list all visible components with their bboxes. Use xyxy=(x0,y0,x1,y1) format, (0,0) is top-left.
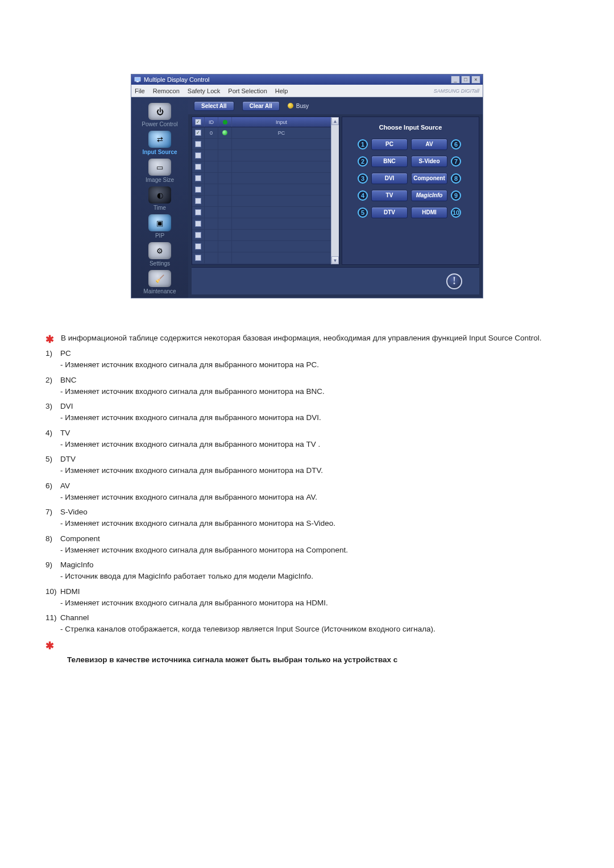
table-row[interactable] xyxy=(192,161,331,173)
list-item: 10)HDMI- Изменяет источник входного сигн… xyxy=(45,586,569,609)
busy-dot-icon xyxy=(288,103,293,109)
row-checkbox[interactable] xyxy=(195,186,201,193)
app-window: Multiple Display Control _ □ × File Remo… xyxy=(131,74,483,298)
col-input[interactable]: Input xyxy=(232,119,331,125)
status-bar: ! xyxy=(192,267,479,294)
minimize-button[interactable]: _ xyxy=(451,76,460,84)
source-tv-button[interactable]: TV xyxy=(371,190,408,201)
list-item: 2)BNC- Изменяет источник входного сигнал… xyxy=(45,375,569,398)
bold-footer-note: Телевизор в качестве источника сигнала м… xyxy=(67,654,569,666)
info-icon[interactable]: ! xyxy=(446,273,462,289)
source-s-video-button[interactable]: S-Video xyxy=(411,156,447,167)
sidebar-item-power-control[interactable]: ⏻Power Control xyxy=(136,103,184,127)
source-dvi-button[interactable]: DVI xyxy=(371,173,408,184)
source-hdmi-button[interactable]: HDMI xyxy=(411,207,447,218)
row-checkbox[interactable] xyxy=(195,221,201,227)
table-row[interactable] xyxy=(192,184,331,196)
row-checkbox[interactable] xyxy=(195,152,201,159)
monitor-list: ✓ ID Input ✓0PC ▲ ▼ xyxy=(192,117,339,265)
input-icon: ⇄ xyxy=(148,131,171,148)
document-body: ✱ В информационой таблице содержится нек… xyxy=(45,333,569,666)
source-dtv-button[interactable]: DTV xyxy=(371,207,408,218)
menu-bar: File Remocon Safety Lock Port Selection … xyxy=(131,85,483,97)
maximize-button[interactable]: □ xyxy=(461,76,470,84)
callout-10: 10 xyxy=(451,207,461,218)
row-checkbox[interactable] xyxy=(195,209,201,215)
menu-safety-lock[interactable]: Safety Lock xyxy=(188,88,220,94)
sidebar-item-settings[interactable]: ⚙Settings xyxy=(136,242,184,267)
callout-9: 9 xyxy=(451,190,461,201)
power-icon: ⏻ xyxy=(148,103,171,120)
callout-3: 3 xyxy=(358,173,368,184)
col-status[interactable] xyxy=(218,117,232,127)
list-item: 1)PC- Изменяет источник входного сигнала… xyxy=(45,348,569,371)
table-header: ✓ ID Input xyxy=(192,117,331,127)
table-row[interactable] xyxy=(192,207,331,218)
table-row[interactable] xyxy=(192,252,331,264)
table-row[interactable] xyxy=(192,150,331,161)
table-row[interactable] xyxy=(192,241,331,252)
close-button[interactable]: × xyxy=(471,76,480,84)
sidebar-item-pip[interactable]: ▣PIP xyxy=(136,214,184,239)
sidebar-item-image-size[interactable]: ▭Image Size xyxy=(136,159,184,183)
select-all-button[interactable]: Select All xyxy=(194,101,234,111)
row-checkbox[interactable]: ✓ xyxy=(195,130,201,136)
sidebar-item-input-source[interactable]: ⇄Input Source xyxy=(136,131,184,155)
window-title: Multiple Display Control xyxy=(144,76,210,83)
list-item: 11)Channel- Стрелка каналов отображается… xyxy=(45,612,569,636)
maintenance-icon: 🧹 xyxy=(148,270,171,287)
callout-4: 4 xyxy=(358,190,368,201)
callout-7: 7 xyxy=(451,156,461,167)
table-row[interactable] xyxy=(192,196,331,207)
scroll-up-icon[interactable]: ▲ xyxy=(331,117,339,125)
list-item: 6)AV- Изменяет источник входного сигнала… xyxy=(45,480,569,504)
source-magicinfo-button[interactable]: MagicInfo xyxy=(411,190,447,201)
menu-port-selection[interactable]: Port Selection xyxy=(228,88,267,94)
status-dot-icon xyxy=(222,130,227,135)
source-bnc-button[interactable]: BNC xyxy=(371,156,408,167)
row-checkbox[interactable] xyxy=(195,198,201,204)
row-checkbox[interactable] xyxy=(195,232,201,238)
scroll-down-icon[interactable]: ▼ xyxy=(331,256,339,264)
header-checkbox[interactable]: ✓ xyxy=(195,119,201,125)
row-checkbox[interactable] xyxy=(195,164,201,170)
sidebar-item-time[interactable]: ◐Time xyxy=(136,186,184,211)
callout-2: 2 xyxy=(358,156,368,167)
source-pc-button[interactable]: PC xyxy=(371,139,408,150)
table-row[interactable] xyxy=(192,230,331,241)
sidebar-item-maintenance[interactable]: 🧹Maintenance xyxy=(136,270,184,294)
svg-rect-1 xyxy=(136,81,139,82)
source-component-button[interactable]: Component xyxy=(411,173,447,184)
callout-8: 8 xyxy=(451,173,461,184)
table-row[interactable] xyxy=(192,173,331,184)
toolbar: Select All Clear All Busy xyxy=(188,97,483,114)
busy-indicator: Busy xyxy=(288,103,309,109)
gear-icon: ⚙ xyxy=(148,242,171,259)
menu-remocon[interactable]: Remocon xyxy=(153,88,180,94)
callout-1: 1 xyxy=(358,139,368,149)
time-icon: ◐ xyxy=(148,186,171,203)
panel-title: Choose Input Source xyxy=(350,124,471,131)
note-text: В информационой таблице содержится некот… xyxy=(61,333,542,344)
app-icon xyxy=(134,76,142,84)
col-id[interactable]: ID xyxy=(205,117,218,127)
row-checkbox[interactable] xyxy=(195,255,201,261)
table-row[interactable] xyxy=(192,218,331,230)
image-size-icon: ▭ xyxy=(148,159,171,176)
scrollbar[interactable]: ▲ ▼ xyxy=(331,117,339,264)
callout-5: 5 xyxy=(358,207,368,218)
menu-file[interactable]: File xyxy=(135,88,145,94)
table-row[interactable]: ✓0PC xyxy=(192,127,331,139)
table-row[interactable] xyxy=(192,139,331,150)
list-item: 4)TV- Изменяет источник входного сигнала… xyxy=(45,427,569,451)
clear-all-button[interactable]: Clear All xyxy=(242,101,280,111)
svg-rect-0 xyxy=(135,77,140,81)
title-bar[interactable]: Multiple Display Control _ □ × xyxy=(131,74,483,85)
list-item: 5)DTV- Изменяет источник входного сигнал… xyxy=(45,454,569,477)
row-checkbox[interactable] xyxy=(195,141,201,147)
menu-help[interactable]: Help xyxy=(275,88,288,94)
row-checkbox[interactable] xyxy=(195,175,201,181)
source-av-button[interactable]: AV xyxy=(411,139,447,150)
star-icon: ✱ xyxy=(45,641,54,651)
row-checkbox[interactable] xyxy=(195,243,201,250)
